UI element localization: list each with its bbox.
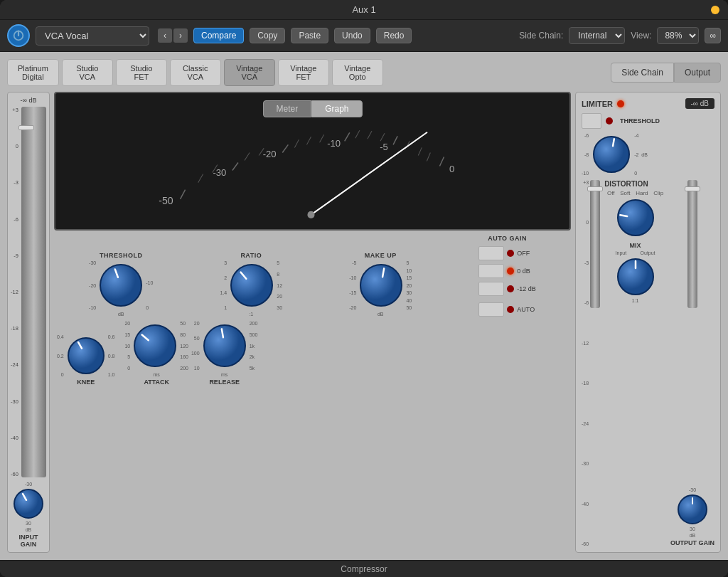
power-button[interactable] xyxy=(7,24,30,47)
compare-button[interactable]: Compare xyxy=(193,28,244,43)
preset-select[interactable]: VCA Vocal xyxy=(36,26,149,46)
input-gain-knob[interactable] xyxy=(13,488,44,519)
meter-tab[interactable]: Meter xyxy=(262,100,311,117)
limiter-title: LIMITER xyxy=(582,100,613,108)
side-chain-select[interactable]: Internal xyxy=(569,27,625,44)
paste-button[interactable]: Paste xyxy=(291,28,328,43)
redo-button[interactable]: Redo xyxy=(376,28,412,43)
lim-thresh-s0: 0 xyxy=(634,171,638,176)
ratio-s5: 5 xyxy=(277,260,282,265)
dist-off-label: Off xyxy=(607,190,615,196)
svg-line-28 xyxy=(427,152,430,161)
rf-s3: +3 xyxy=(582,180,589,185)
copy-button[interactable]: Copy xyxy=(250,28,285,43)
threshold-db-label: dB xyxy=(118,312,124,317)
svg-point-39 xyxy=(134,325,176,366)
knee-s04: 0.4 xyxy=(57,334,64,339)
output-gain-knob[interactable] xyxy=(677,494,708,525)
svg-line-20 xyxy=(294,139,299,147)
svg-line-25 xyxy=(380,133,385,141)
ratio-knob[interactable] xyxy=(229,263,274,308)
limiter-enable-button[interactable] xyxy=(582,113,601,129)
release-label: RELEASE xyxy=(209,379,240,386)
output-fader-thumb[interactable] xyxy=(685,186,700,191)
nav-back-button[interactable]: ‹ xyxy=(158,28,172,43)
makeup-s50: 50 xyxy=(406,305,412,310)
preset-platinum-digital[interactable]: PlatinumDigital xyxy=(7,59,59,86)
preset-studio-vca[interactable]: StudioVCA xyxy=(62,59,113,86)
knee-knob[interactable] xyxy=(66,336,106,376)
auto-gain-off-button[interactable] xyxy=(478,246,504,260)
knee-s10: 1.0 xyxy=(108,372,115,377)
preset-vintage-fet[interactable]: VintageFET xyxy=(278,59,329,86)
auto-gain-m12-button[interactable] xyxy=(478,282,504,296)
scale-m24: -24 xyxy=(11,361,18,368)
output-knob-scale-right: 30 xyxy=(690,526,695,531)
preset-vintage-vca[interactable]: VintageVCA xyxy=(224,59,275,86)
atk-s5: 5 xyxy=(124,354,130,359)
auto-gain-0db-button[interactable] xyxy=(478,264,504,278)
dist-soft-label: Soft xyxy=(620,190,630,196)
svg-line-46 xyxy=(620,215,627,216)
limiter-header: LIMITER -∞ dB xyxy=(582,98,714,109)
distortion-knob[interactable] xyxy=(616,198,655,238)
attack-knob[interactable] xyxy=(132,323,178,369)
output-fader-panel: -30 30 dB OUTPUT GAIN xyxy=(670,180,714,546)
rf-sm24: -24 xyxy=(582,421,589,426)
scale-m9: -9 xyxy=(11,253,18,259)
input-fader-track[interactable] xyxy=(21,107,46,477)
rel-s2k: 2k xyxy=(250,354,258,359)
meter-tabs: Meter Graph xyxy=(262,100,362,117)
makeup-sm20: -20 xyxy=(349,305,356,310)
thresh-scale-m30: -30 xyxy=(89,260,96,265)
center-layout: -∞ dB +3 0 -3 -6 -9 -12 -18 -24 -30 -40 … xyxy=(7,92,721,553)
limiter-fader-track[interactable] xyxy=(590,180,600,308)
release-ms: ms xyxy=(221,372,228,377)
svg-line-24 xyxy=(368,131,372,139)
makeup-db-label: dB xyxy=(378,312,384,317)
makeup-s5: 5 xyxy=(406,260,412,265)
link-button[interactable]: ∞ xyxy=(705,28,721,43)
limiter-threshold-knob[interactable] xyxy=(592,134,631,174)
limiter-fader-thumb[interactable] xyxy=(587,186,603,191)
svg-line-11 xyxy=(232,163,238,171)
rel-s20: 20 xyxy=(191,321,200,326)
ratio-s20: 20 xyxy=(277,294,282,299)
preset-studio-fet[interactable]: StudioFET xyxy=(116,59,167,86)
makeup-s10: 10 xyxy=(406,268,412,273)
nav-forward-button[interactable]: › xyxy=(173,28,188,43)
scale-m40: -40 xyxy=(11,435,18,441)
side-chain-tab[interactable]: Side Chain xyxy=(611,63,674,83)
window-controls xyxy=(711,6,719,14)
auto-gain-auto-button[interactable] xyxy=(478,302,504,317)
minimize-button[interactable] xyxy=(711,6,719,14)
output-tab[interactable]: Output xyxy=(674,63,721,83)
distortion-group: DISTORTION Off Soft Hard Clip xyxy=(604,180,666,238)
threshold-knob[interactable] xyxy=(98,263,144,308)
svg-line-18 xyxy=(245,152,250,160)
view-select[interactable]: 88% xyxy=(657,27,699,44)
release-knob[interactable] xyxy=(202,323,247,369)
right-section: LIMITER -∞ dB THRESHOLD -6 -8 -10 xyxy=(575,92,721,553)
undo-button[interactable]: Undo xyxy=(334,28,370,43)
limiter-threshold-row: THRESHOLD xyxy=(582,113,714,129)
preset-classic-vca[interactable]: ClassicVCA xyxy=(170,59,221,86)
input-fader-thumb[interactable] xyxy=(18,125,34,130)
auto-gain-auto-row: AUTO xyxy=(478,302,536,317)
output-fader-track[interactable] xyxy=(687,180,697,308)
auto-gain-group: AUTO GAIN OFF xyxy=(478,235,536,317)
makeup-knob[interactable] xyxy=(358,263,404,308)
view-label: View: xyxy=(631,31,651,41)
output-knob-scale-left: -30 xyxy=(689,487,696,492)
top-controls-row: THRESHOLD -30 -20 -10 xyxy=(54,235,571,317)
graph-tab[interactable]: Graph xyxy=(311,100,362,117)
attack-ms: ms xyxy=(154,372,160,377)
mix-knob[interactable] xyxy=(616,257,655,297)
knee-group: 0.4 0.2 0 0.6 0.8 xyxy=(57,334,114,386)
mix-ratio-label: 1:1 xyxy=(632,298,639,303)
makeup-group: MAKE UP -5 -10 -15 -20 xyxy=(349,252,412,317)
preset-vintage-opto[interactable]: VintageOpto xyxy=(332,59,383,86)
main-content: PlatinumDigital StudioVCA StudioFET Clas… xyxy=(0,52,728,560)
makeup-s20: 20 xyxy=(406,283,412,288)
distortion-label: DISTORTION xyxy=(604,180,666,188)
